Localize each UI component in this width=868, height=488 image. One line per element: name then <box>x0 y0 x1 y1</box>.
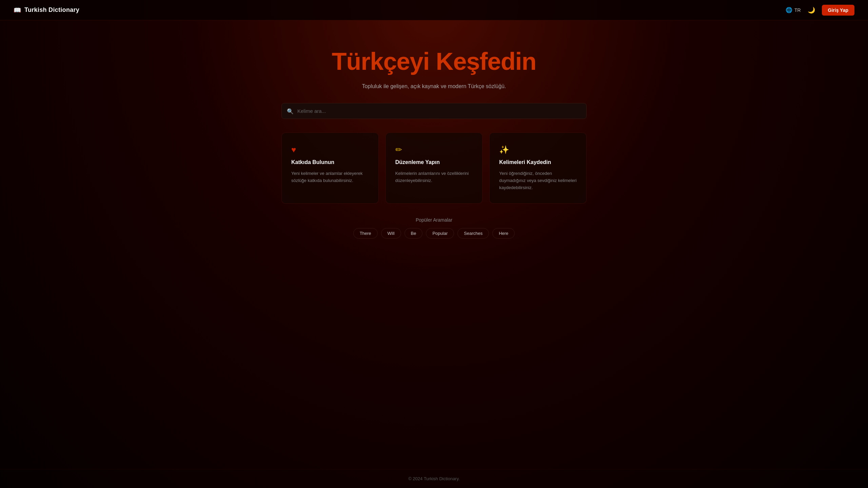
card-save-desc: Yeni öğrendiğiniz, önceden duymadığınız … <box>499 170 577 191</box>
theme-toggle-button[interactable]: 🌙 <box>806 5 816 15</box>
nav-right: 🌐 TR 🌙 Giriş Yap <box>786 5 854 16</box>
book-icon: 📖 <box>14 6 21 14</box>
login-button[interactable]: Giriş Yap <box>822 5 854 16</box>
card-contribute: ♥ Katkıda Bulunun Yeni kelimeler ve anla… <box>281 133 379 204</box>
popular-searches-section: Popüler Aramalar ThereWillBePopularSearc… <box>281 217 587 239</box>
heart-icon: ♥ <box>291 145 296 155</box>
card-edit-desc: Kelimelerin anlamlarını ve özelliklerini… <box>395 170 473 184</box>
cards-container: ♥ Katkıda Bulunun Yeni kelimeler ve anla… <box>281 133 587 204</box>
popular-tag[interactable]: There <box>353 228 378 239</box>
popular-tag[interactable]: Be <box>405 228 423 239</box>
search-input[interactable] <box>281 103 587 119</box>
lang-code: TR <box>794 7 801 13</box>
footer: © 2024 Turkish Dictionary. <box>0 469 868 488</box>
hero-subtitle: Topluluk ile gelişen, açık kaynak ve mod… <box>362 83 506 89</box>
logo-text: Turkish Dictionary <box>24 6 79 14</box>
main-content: Türkçeyi Keşfedin Topluluk ile gelişen, … <box>0 20 868 469</box>
navbar: 📖 Turkish Dictionary 🌐 TR 🌙 Giriş Yap <box>0 0 868 20</box>
search-container: 🔍 <box>281 103 587 119</box>
footer-text: © 2024 Turkish Dictionary. <box>408 476 460 481</box>
logo-link[interactable]: 📖 Turkish Dictionary <box>14 6 79 14</box>
popular-tag[interactable]: Popular <box>426 228 454 239</box>
sparkle-icon: ✨ <box>499 145 509 155</box>
translate-icon: 🌐 <box>786 7 792 13</box>
card-edit-title: Düzenleme Yapın <box>395 159 440 165</box>
card-save-title: Kelimeleri Kaydedin <box>499 159 551 165</box>
card-contribute-title: Katkıda Bulunun <box>291 159 334 165</box>
popular-searches-title: Popüler Aramalar <box>416 217 452 223</box>
card-save: ✨ Kelimeleri Kaydedin Yeni öğrendiğiniz,… <box>489 133 587 204</box>
card-contribute-desc: Yeni kelimeler ve anlamlar ekleyerek söz… <box>291 170 369 184</box>
popular-tag[interactable]: Here <box>492 228 515 239</box>
card-edit: ✏ Düzenleme Yapın Kelimelerin anlamların… <box>386 133 483 204</box>
popular-tag[interactable]: Will <box>381 228 401 239</box>
popular-tag[interactable]: Searches <box>457 228 489 239</box>
pencil-icon: ✏ <box>395 145 402 155</box>
moon-icon: 🌙 <box>808 6 815 14</box>
popular-tags-container: ThereWillBePopularSearchesHere <box>353 228 515 239</box>
hero-title: Türkçeyi Keşfedin <box>332 47 536 75</box>
language-selector[interactable]: 🌐 TR <box>786 7 801 13</box>
